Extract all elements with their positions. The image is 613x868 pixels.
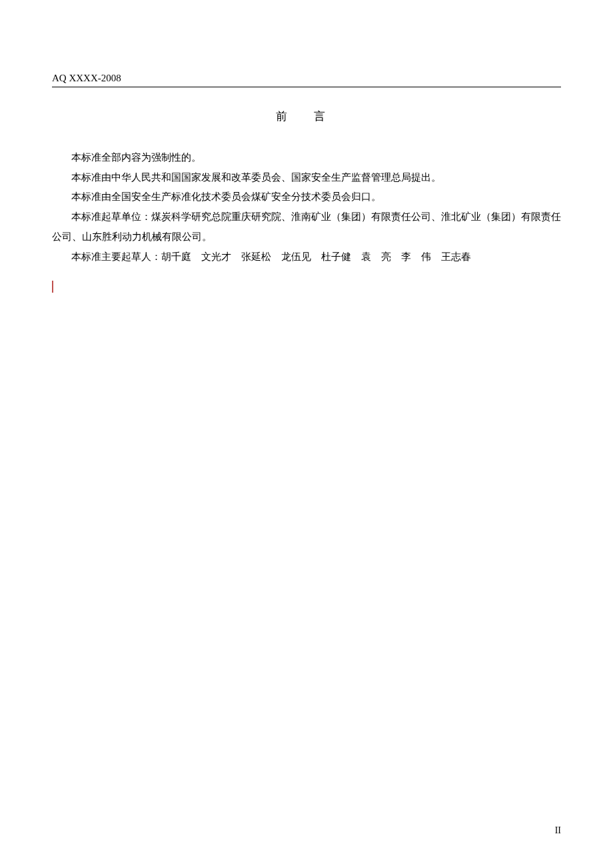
- header-line: AQ XXXX-2008: [52, 72, 561, 87]
- page-title: 前 言: [52, 109, 561, 124]
- body-content: 本标准全部内容为强制性的。 本标准由中华人民共和国国家发展和改革委员会、国家安全…: [52, 148, 561, 267]
- paragraph-3: 本标准由全国安全生产标准化技术委员会煤矿安全分技术委员会归口。: [52, 187, 561, 207]
- paragraph-2: 本标准由中华人民共和国国家发展和改革委员会、国家安全生产监督管理总局提出。: [52, 168, 561, 188]
- paragraph-4: 本标准起草单位：煤炭科学研究总院重庆研究院、淮南矿业（集团）有限责任公司、淮北矿…: [52, 207, 561, 247]
- page-container: AQ XXXX-2008 前 言 本标准全部内容为强制性的。 本标准由中华人民共…: [0, 0, 613, 267]
- standard-code: AQ XXXX-2008: [52, 73, 121, 83]
- paragraph-5: 本标准主要起草人：胡千庭 文光才 张延松 龙伍见 杜子健 袁 亮 李 伟 王志春: [52, 247, 561, 267]
- page-number: II: [555, 825, 561, 836]
- paragraph-1: 本标准全部内容为强制性的。: [52, 148, 561, 168]
- cursor-mark: [52, 281, 53, 293]
